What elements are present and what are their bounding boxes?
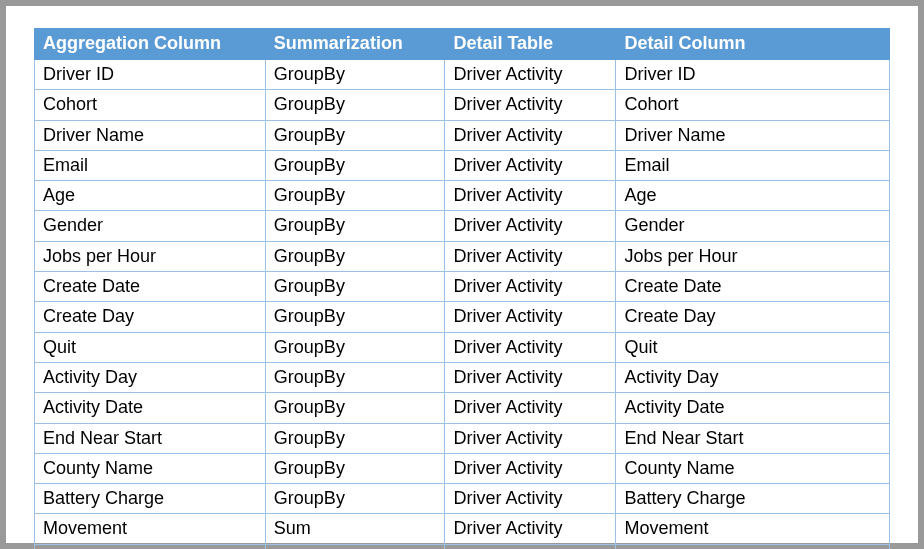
cell-c0: Activity Date [35, 393, 266, 423]
cell-c0: Driver ID [35, 60, 266, 90]
table-row: County NameGroupByDriver ActivityCounty … [35, 453, 890, 483]
cell-c2: Driver Activity [445, 393, 616, 423]
cell-c2: Driver Activity [445, 514, 616, 544]
table-row: Driver IDGroupByDriver ActivityDriver ID [35, 60, 890, 90]
cell-c1: GroupBy [265, 150, 445, 180]
cell-c2: Driver Activity [445, 453, 616, 483]
table-row: EmailGroupByDriver ActivityEmail [35, 150, 890, 180]
table-row: Create DayGroupByDriver ActivityCreate D… [35, 302, 890, 332]
cell-c2: Driver Activity [445, 544, 616, 549]
table-row: Jobs per HourGroupByDriver ActivityJobs … [35, 241, 890, 271]
cell-c3: Gender [616, 211, 890, 241]
cell-c3: Cohort [616, 90, 890, 120]
table-row: MovementSumDriver ActivityMovement [35, 514, 890, 544]
cell-c1: Sum [265, 514, 445, 544]
table-row: Activity DayGroupByDriver ActivityActivi… [35, 362, 890, 392]
cell-c0: Position Count [35, 544, 266, 549]
cell-c2: Driver Activity [445, 484, 616, 514]
cell-c1: GroupBy [265, 90, 445, 120]
cell-c1: Count table rows [265, 544, 445, 549]
cell-c1: GroupBy [265, 423, 445, 453]
cell-c1: GroupBy [265, 332, 445, 362]
cell-c1: GroupBy [265, 484, 445, 514]
header-detail-column: Detail Column [616, 29, 890, 60]
cell-c2: Driver Activity [445, 241, 616, 271]
cell-c0: Movement [35, 514, 266, 544]
cell-c2: Driver Activity [445, 423, 616, 453]
cell-c3: Email [616, 150, 890, 180]
cell-c0: Jobs per Hour [35, 241, 266, 271]
cell-c0: Driver Name [35, 120, 266, 150]
cell-c3: End Near Start [616, 423, 890, 453]
cell-c3: Jobs per Hour [616, 241, 890, 271]
table-row: Driver NameGroupByDriver ActivityDriver … [35, 120, 890, 150]
cell-c2: Driver Activity [445, 90, 616, 120]
table-row: Position CountCount table rowsDriver Act… [35, 544, 890, 549]
table-header-row: Aggregation Column Summarization Detail … [35, 29, 890, 60]
cell-c1: GroupBy [265, 241, 445, 271]
cell-c3: N/A [616, 544, 890, 549]
cell-c2: Driver Activity [445, 120, 616, 150]
cell-c3: Battery Charge [616, 484, 890, 514]
cell-c1: GroupBy [265, 272, 445, 302]
cell-c0: Age [35, 181, 266, 211]
cell-c3: Create Date [616, 272, 890, 302]
cell-c0: Quit [35, 332, 266, 362]
table-row: Create DateGroupByDriver ActivityCreate … [35, 272, 890, 302]
cell-c1: GroupBy [265, 120, 445, 150]
cell-c2: Driver Activity [445, 362, 616, 392]
cell-c1: GroupBy [265, 393, 445, 423]
cell-c0: Create Date [35, 272, 266, 302]
cell-c2: Driver Activity [445, 211, 616, 241]
table-row: GenderGroupByDriver ActivityGender [35, 211, 890, 241]
cell-c3: Activity Date [616, 393, 890, 423]
header-detail-table: Detail Table [445, 29, 616, 60]
cell-c3: Age [616, 181, 890, 211]
header-aggregation-column: Aggregation Column [35, 29, 266, 60]
cell-c3: Activity Day [616, 362, 890, 392]
cell-c3: Driver ID [616, 60, 890, 90]
cell-c0: Email [35, 150, 266, 180]
page-frame: Aggregation Column Summarization Detail … [6, 6, 918, 543]
cell-c0: County Name [35, 453, 266, 483]
cell-c0: Battery Charge [35, 484, 266, 514]
cell-c2: Driver Activity [445, 302, 616, 332]
cell-c3: County Name [616, 453, 890, 483]
cell-c1: GroupBy [265, 60, 445, 90]
cell-c0: End Near Start [35, 423, 266, 453]
cell-c2: Driver Activity [445, 332, 616, 362]
table-row: Battery ChargeGroupByDriver ActivityBatt… [35, 484, 890, 514]
cell-c2: Driver Activity [445, 181, 616, 211]
cell-c1: GroupBy [265, 181, 445, 211]
aggregation-table: Aggregation Column Summarization Detail … [34, 28, 890, 549]
cell-c2: Driver Activity [445, 150, 616, 180]
cell-c1: GroupBy [265, 211, 445, 241]
cell-c3: Movement [616, 514, 890, 544]
table-row: Activity DateGroupByDriver ActivityActiv… [35, 393, 890, 423]
header-summarization: Summarization [265, 29, 445, 60]
cell-c0: Create Day [35, 302, 266, 332]
cell-c1: GroupBy [265, 302, 445, 332]
cell-c0: Cohort [35, 90, 266, 120]
cell-c0: Activity Day [35, 362, 266, 392]
table-row: QuitGroupByDriver ActivityQuit [35, 332, 890, 362]
cell-c3: Quit [616, 332, 890, 362]
cell-c1: GroupBy [265, 453, 445, 483]
table-row: AgeGroupByDriver ActivityAge [35, 181, 890, 211]
table-row: CohortGroupByDriver ActivityCohort [35, 90, 890, 120]
table-row: End Near StartGroupByDriver ActivityEnd … [35, 423, 890, 453]
cell-c3: Driver Name [616, 120, 890, 150]
cell-c0: Gender [35, 211, 266, 241]
cell-c2: Driver Activity [445, 272, 616, 302]
cell-c2: Driver Activity [445, 60, 616, 90]
cell-c3: Create Day [616, 302, 890, 332]
cell-c1: GroupBy [265, 362, 445, 392]
